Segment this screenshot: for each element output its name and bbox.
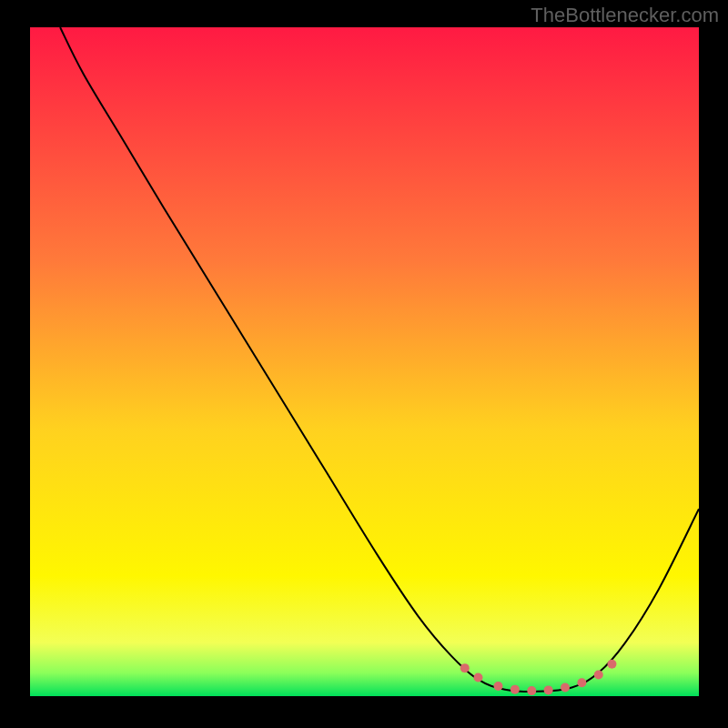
marker-dot bbox=[594, 670, 603, 679]
marker-dot bbox=[544, 685, 553, 694]
marker-dot bbox=[494, 682, 503, 691]
plot-area bbox=[30, 27, 699, 696]
marker-dot bbox=[527, 686, 536, 695]
marker-dot bbox=[473, 672, 482, 682]
gradient-background bbox=[30, 27, 699, 696]
marker-dot bbox=[607, 660, 616, 669]
marker-dot bbox=[561, 682, 570, 692]
marker-dot bbox=[460, 663, 470, 672]
chart-svg bbox=[30, 27, 699, 696]
marker-dot bbox=[577, 678, 586, 687]
marker-dot bbox=[511, 685, 520, 694]
watermark-text: TheBottlenecker.com bbox=[531, 4, 719, 27]
